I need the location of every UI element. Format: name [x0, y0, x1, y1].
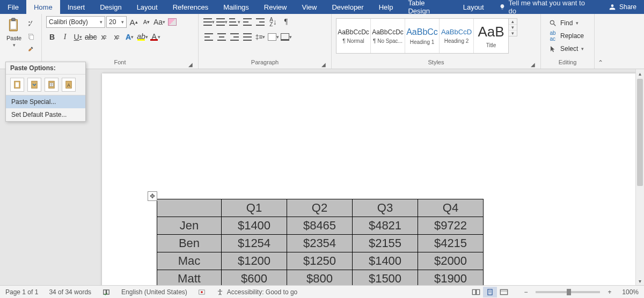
bullets-button[interactable]: ▾	[203, 16, 215, 28]
gallery-more[interactable]: ▾	[509, 31, 517, 36]
scroll-down[interactable]: ▾	[636, 277, 644, 285]
share-button[interactable]: Share	[601, 0, 644, 14]
align-center-button[interactable]	[216, 31, 228, 43]
paragraph-dialog-launcher[interactable]: ◢	[320, 61, 327, 68]
clear-formatting-button[interactable]	[166, 16, 178, 28]
cell-name[interactable]: Matt	[157, 270, 222, 286]
text-effects-button[interactable]: A▾	[124, 31, 136, 43]
cell[interactable]: $1900	[418, 270, 484, 286]
bold-button[interactable]: B	[46, 31, 58, 43]
cell[interactable]: $4215	[418, 235, 484, 252]
italic-button[interactable]: I	[59, 31, 71, 43]
tab-mailings[interactable]: Mailings	[216, 0, 257, 14]
tab-review[interactable]: Review	[257, 0, 295, 14]
paste-button[interactable]: Paste ▾	[4, 16, 24, 48]
cell[interactable]: $1400	[222, 217, 287, 235]
header-q2[interactable]: Q2	[287, 199, 353, 217]
cell-name[interactable]: Jen	[157, 217, 222, 235]
tab-layout[interactable]: Layout	[129, 0, 165, 14]
scroll-thumb[interactable]	[637, 79, 643, 186]
paste-keep-source[interactable]	[10, 78, 24, 92]
cell[interactable]: $1500	[353, 270, 418, 286]
cut-button[interactable]	[26, 18, 36, 29]
find-button[interactable]: Find ▾	[545, 17, 582, 29]
multilevel-list-button[interactable]: ▾	[229, 16, 240, 28]
tab-references[interactable]: References	[165, 0, 216, 14]
view-read-mode[interactable]	[469, 287, 483, 297]
cell[interactable]: $2354	[287, 235, 353, 252]
tab-view[interactable]: View	[294, 0, 324, 14]
paste-text-only[interactable]: A	[62, 78, 76, 92]
tab-home[interactable]: Home	[26, 0, 60, 14]
set-default-paste-item[interactable]: Set Default Paste...	[6, 108, 85, 121]
zoom-slider-knob[interactable]	[567, 289, 571, 295]
paste-merge-formatting[interactable]	[27, 78, 41, 92]
status-macro[interactable]	[193, 288, 211, 296]
underline-button[interactable]: U▾	[72, 31, 84, 43]
subscript-button[interactable]: x2	[98, 31, 110, 43]
increase-indent-button[interactable]	[254, 16, 266, 28]
shading-button[interactable]: ▾	[267, 31, 279, 43]
style-title[interactable]: AaB Title	[474, 19, 508, 53]
status-language[interactable]: English (United States)	[116, 288, 193, 296]
cell[interactable]: $1254	[222, 235, 287, 252]
numbering-button[interactable]: ▾	[216, 16, 228, 28]
cell[interactable]: $1400	[353, 252, 418, 270]
copy-button[interactable]	[26, 31, 36, 42]
cell[interactable]: $9722	[418, 217, 484, 235]
style-heading-1[interactable]: AaBbCc Heading 1	[405, 19, 440, 53]
zoom-in-button[interactable]: +	[605, 288, 614, 296]
header-q4[interactable]: Q4	[418, 199, 484, 217]
show-marks-button[interactable]: ¶	[280, 16, 292, 28]
status-word-count[interactable]: 34 of 34 words	[43, 288, 97, 296]
view-web-layout[interactable]	[497, 287, 511, 297]
style-normal[interactable]: AaBbCcDc ¶ Normal	[336, 19, 371, 53]
tab-help[interactable]: Help	[371, 0, 401, 14]
style-heading-2[interactable]: AaBbCcD Heading 2	[440, 19, 474, 53]
tab-table-layout[interactable]: Layout	[456, 0, 492, 14]
tab-file[interactable]: File	[0, 0, 26, 14]
scroll-up[interactable]: ▴	[636, 69, 644, 78]
paste-picture[interactable]	[45, 78, 58, 92]
cell[interactable]: $600	[222, 270, 287, 286]
cell[interactable]: $2000	[418, 252, 484, 270]
cell[interactable]: $800	[287, 270, 353, 286]
borders-button[interactable]: ▾	[280, 31, 292, 43]
font-name-combo[interactable]: Calibri (Body) ▾	[46, 16, 105, 28]
font-color-button[interactable]: A▾	[150, 31, 162, 43]
decrease-indent-button[interactable]	[241, 16, 253, 28]
select-button[interactable]: Select ▾	[545, 43, 587, 55]
zoom-slider[interactable]	[536, 291, 600, 293]
status-spellcheck[interactable]	[97, 288, 116, 296]
line-spacing-button[interactable]: ‡≡▾	[254, 31, 266, 43]
cell[interactable]: $8465	[287, 217, 353, 235]
view-print-layout[interactable]	[483, 287, 497, 297]
font-dialog-launcher[interactable]: ◢	[187, 61, 194, 68]
change-case-button[interactable]: Aa▾	[153, 16, 165, 28]
shrink-font-button[interactable]: A▾	[141, 16, 152, 28]
replace-button[interactable]: abac Replace	[545, 30, 587, 42]
vertical-scrollbar[interactable]: ▴ ▾	[635, 69, 644, 285]
highlight-button[interactable]: ab▾	[137, 31, 149, 43]
zoom-out-button[interactable]: −	[522, 288, 530, 296]
cell[interactable]: $1200	[222, 252, 287, 270]
status-page[interactable]: Page 1 of 1	[0, 288, 43, 296]
style-no-spacing[interactable]: AaBbCcDc ¶ No Spac...	[371, 19, 405, 53]
data-table[interactable]: Q1 Q2 Q3 Q4 Jen $1400 $8465 $4821 $9722 …	[157, 199, 484, 285]
tell-me-search[interactable]: Tell me what you want to do	[492, 0, 601, 14]
cell-name[interactable]: Mac	[157, 252, 222, 270]
gallery-down[interactable]: ▾	[509, 25, 517, 31]
header-q1[interactable]: Q1	[222, 199, 287, 217]
zoom-value[interactable]: 100%	[615, 288, 639, 296]
styles-dialog-launcher[interactable]: ◢	[530, 61, 536, 68]
font-size-combo[interactable]: 20 ▾	[106, 16, 127, 28]
tab-table-design[interactable]: Table Design	[400, 0, 455, 14]
header-q3[interactable]: Q3	[353, 199, 418, 217]
justify-button[interactable]	[241, 31, 253, 43]
tab-developer[interactable]: Developer	[324, 0, 371, 14]
collapse-ribbon-button[interactable]: ⌃	[595, 14, 606, 69]
status-accessibility[interactable]: Accessibility: Good to go	[211, 288, 303, 296]
gallery-up[interactable]: ▴	[509, 19, 517, 25]
paste-special-item[interactable]: Paste Special...	[6, 95, 85, 108]
tab-insert[interactable]: Insert	[60, 0, 93, 14]
